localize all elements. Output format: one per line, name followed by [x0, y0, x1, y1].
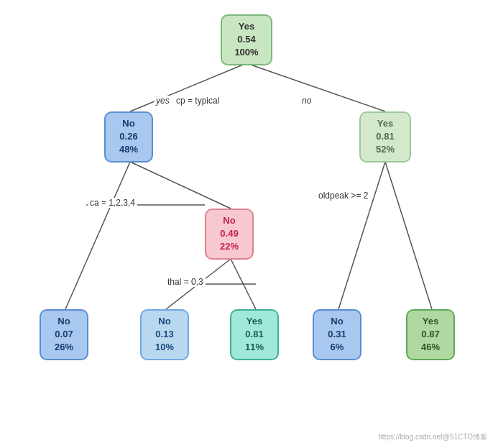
left1-label: No: [113, 117, 144, 130]
leaf4-value: 0.31: [321, 328, 353, 341]
oldpeak-condition-label: oldpeak >= 2: [316, 191, 370, 201]
leaf2-value: 0.13: [149, 328, 180, 341]
right1-node: Yes 0.81 52%: [359, 111, 411, 163]
right1-percent: 52%: [368, 143, 402, 156]
left1-percent: 48%: [113, 143, 144, 156]
leaf3-label: Yes: [239, 315, 270, 328]
leaf4-label: No: [321, 315, 353, 328]
watermark: https://blog.csdn.net@51CTO博客: [378, 432, 487, 442]
leaf5-percent: 46%: [415, 341, 446, 354]
leaf2-node: No 0.13 10%: [140, 309, 189, 360]
leaf2-label: No: [149, 315, 180, 328]
right1-value: 0.81: [368, 130, 402, 143]
center2-value: 0.49: [213, 227, 245, 240]
thal-condition-label: thal = 0,3: [165, 277, 206, 287]
tree-container: Yes 0.54 100% cp = typical yes no No 0.2…: [0, 0, 493, 448]
leaf3-node: Yes 0.81 11%: [230, 309, 279, 360]
leaf3-value: 0.81: [239, 328, 270, 341]
leaf4-node: No 0.31 6%: [313, 309, 361, 360]
svg-line-1: [247, 63, 385, 111]
left1-value: 0.26: [113, 130, 144, 143]
center2-node: No 0.49 22%: [205, 209, 254, 260]
root-percent: 100%: [229, 46, 264, 59]
svg-line-3: [130, 162, 231, 209]
right1-label: Yes: [368, 117, 402, 130]
left1-node: No 0.26 48%: [104, 111, 153, 163]
root-label: Yes: [229, 20, 264, 33]
svg-line-5: [231, 259, 256, 309]
leaf1-value: 0.07: [48, 328, 80, 341]
leaf1-percent: 26%: [48, 341, 80, 354]
svg-line-2: [65, 162, 130, 309]
no-edge-label: no: [300, 96, 313, 106]
root-node: Yes 0.54 100%: [221, 14, 272, 65]
leaf5-value: 0.87: [415, 328, 446, 341]
leaf2-percent: 10%: [149, 341, 180, 354]
leaf5-label: Yes: [415, 315, 446, 328]
svg-line-7: [385, 162, 432, 309]
cp-condition-label: cp = typical: [174, 96, 221, 106]
leaf1-label: No: [48, 315, 80, 328]
cp-condition-text: cp = typical: [176, 96, 219, 106]
leaf3-percent: 11%: [239, 341, 270, 354]
leaf4-percent: 6%: [321, 341, 353, 354]
center2-percent: 22%: [213, 240, 245, 253]
root-value: 0.54: [229, 33, 264, 46]
svg-line-6: [338, 162, 385, 309]
leaf1-node: No 0.07 26%: [40, 309, 88, 360]
center2-label: No: [213, 214, 245, 227]
ca-condition-label: ca = 1,2,3,4: [88, 198, 137, 208]
yes-edge-label: yes: [155, 96, 171, 106]
leaf5-node: Yes 0.87 46%: [406, 309, 455, 360]
